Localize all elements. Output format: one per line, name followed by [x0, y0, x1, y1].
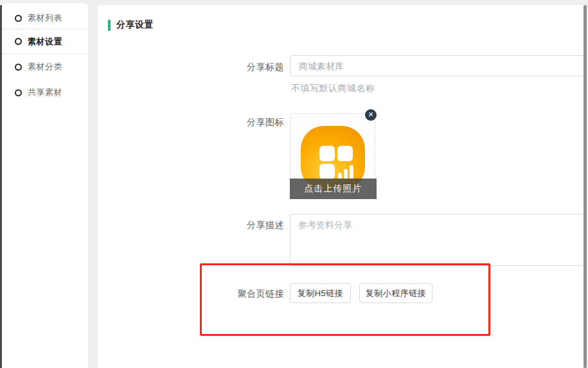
- close-icon[interactable]: ✕: [365, 109, 377, 121]
- scrollbar-thumb[interactable]: [584, 5, 587, 368]
- radio-circle-icon: [15, 15, 22, 22]
- bar-chart-icon: [350, 165, 353, 179]
- sidebar-item-label: 素材列表: [28, 12, 62, 24]
- bar-chart-icon: [344, 169, 348, 179]
- section-header: 分享设置: [108, 19, 154, 31]
- share-title-input[interactable]: [290, 55, 584, 76]
- sidebar: 素材列表 素材设置 素材分类 共享素材: [2, 3, 88, 368]
- sidebar-item-material-settings[interactable]: 素材设置: [2, 30, 88, 53]
- share-title-helper: 不填写默认商城名称: [291, 83, 375, 94]
- sidebar-item-label: 共享素材: [28, 87, 62, 98]
- grid-square-icon: [319, 146, 335, 161]
- radio-circle-icon: [15, 64, 22, 71]
- screen: 素材列表 素材设置 素材分类 共享素材 分享设置 分享标题 不填写默认商城名称 …: [0, 0, 588, 368]
- radio-circle-icon: [15, 89, 22, 96]
- radio-circle-icon: [15, 38, 22, 45]
- sidebar-item-material-category[interactable]: 素材分类: [2, 54, 88, 80]
- accent-bar: [108, 20, 111, 31]
- copy-miniprogram-link-button[interactable]: 复制小程序链接: [359, 283, 432, 303]
- grid-square-icon: [337, 146, 353, 161]
- share-icon-label: 分享图标: [194, 117, 284, 128]
- sidebar-item-material-list[interactable]: 素材列表: [2, 7, 88, 29]
- scrollbar-track: [584, 0, 588, 368]
- share-desc-label: 分享描述: [194, 220, 284, 231]
- upload-overlay-text: 点击上传照片: [305, 183, 362, 195]
- main-panel: 分享设置 分享标题 不填写默认商城名称 分享图标 点击上传照片 ✕ 分享描述: [98, 5, 584, 368]
- share-desc-textarea[interactable]: [290, 214, 584, 266]
- upload-overlay[interactable]: 点击上传照片: [290, 179, 377, 199]
- sidebar-item-shared-material[interactable]: 共享素材: [2, 80, 88, 105]
- grid-square-icon: [319, 164, 335, 179]
- icon-upload-box[interactable]: 点击上传照片 ✕: [290, 113, 375, 199]
- sidebar-item-label: 素材设置: [28, 36, 62, 48]
- copy-h5-link-button[interactable]: 复制H5链接: [290, 283, 351, 303]
- aggregate-link-label: 聚合页链接: [194, 288, 284, 300]
- sidebar-item-label: 素材分类: [28, 61, 62, 73]
- page-title: 分享设置: [116, 19, 154, 31]
- share-title-label: 分享标题: [194, 62, 284, 73]
